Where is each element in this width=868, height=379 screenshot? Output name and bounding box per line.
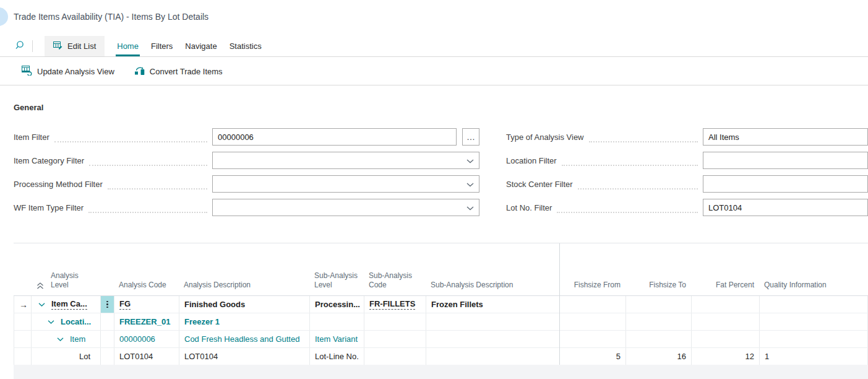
column-header-fishsize-from[interactable]: Fishsize From <box>559 243 625 295</box>
location-filter-input[interactable] <box>703 152 868 169</box>
field-label: Item Category Filter <box>14 156 84 165</box>
column-header-analysis-level[interactable]: Analysis Level <box>31 243 100 295</box>
leader-dots <box>562 155 698 166</box>
cell-fat-percent[interactable] <box>692 313 760 330</box>
row-menu-button[interactable] <box>101 296 114 313</box>
convert-trade-items-button[interactable]: Convert Trade Items <box>134 66 223 77</box>
menu-tabs: Home Filters Navigate Statistics <box>117 36 261 56</box>
field-label: Stock Center Filter <box>506 180 573 189</box>
column-header-quality-information[interactable]: Quality Information <box>759 243 868 295</box>
tree-collapse-icon[interactable] <box>55 338 65 341</box>
cell-fishsize-to[interactable]: 16 <box>626 348 692 365</box>
cell-sub-analysis-level[interactable]: Lot-Line No. <box>310 348 364 365</box>
tree-collapse-icon[interactable] <box>46 320 56 324</box>
wf-item-type-filter-select[interactable] <box>212 199 479 216</box>
column-header-analysis-code[interactable]: Analysis Code <box>114 243 179 295</box>
stock-center-filter-input[interactable] <box>703 175 868 193</box>
cell-quality-information[interactable]: 1 <box>760 348 868 365</box>
page-title: Trade Items Availability (TIA) - Items B… <box>14 12 208 22</box>
cell-sub-analysis-description[interactable] <box>426 313 560 330</box>
cell-analysis-description[interactable]: Freezer 1 <box>179 313 310 330</box>
cell-analysis-description[interactable]: Cod Fresh Headless and Gutted <box>179 331 310 347</box>
update-analysis-view-button[interactable]: Update Analysis View <box>22 66 114 77</box>
leader-dots <box>108 178 207 190</box>
cell-sub-analysis-code[interactable] <box>364 348 426 365</box>
cell-fat-percent[interactable] <box>692 331 760 347</box>
cell-sub-analysis-description[interactable] <box>426 331 560 347</box>
table-row: → Item Ca... FG Finished Goods Processin… <box>14 296 868 313</box>
tab-home[interactable]: Home <box>117 36 139 56</box>
field-label: Location Filter <box>506 156 557 165</box>
cell-analysis-code[interactable]: 00000006 <box>114 331 179 347</box>
search-icon <box>15 40 26 53</box>
cell-analysis-level[interactable]: Lot <box>32 348 101 365</box>
cell-sub-analysis-level[interactable]: Processin... <box>310 296 364 313</box>
column-header-sub-analysis-level[interactable]: Sub-Analysis Level <box>309 243 364 295</box>
assist-edit-button[interactable]: … <box>462 128 479 146</box>
cell-sub-analysis-level[interactable] <box>310 313 364 330</box>
row-menu-cell <box>101 313 114 330</box>
cell-analysis-code[interactable]: FG <box>114 296 179 313</box>
cell-sub-analysis-code[interactable]: FR-FILLETS <box>364 296 426 313</box>
field-label: WF Item Type Filter <box>14 203 84 212</box>
cell-analysis-code[interactable]: LOT0104 <box>114 348 179 365</box>
type-of-analysis-view-value: All Items <box>708 133 739 142</box>
leader-dots <box>89 155 207 166</box>
row-indicator-cell <box>14 331 32 347</box>
cell-analysis-description[interactable]: Finished Goods <box>179 296 310 313</box>
lot-no-filter-value: LOT0104 <box>708 203 742 212</box>
collapse-all-icon[interactable] <box>36 282 45 290</box>
section-heading-general: General <box>14 103 43 112</box>
column-header-sub-analysis-code[interactable]: Sub-Analysis Code <box>364 243 426 295</box>
column-header-fishsize-to[interactable]: Fishsize To <box>625 243 691 295</box>
column-header-fat-percent[interactable]: Fat Percent <box>691 243 759 295</box>
cell-sub-analysis-description[interactable] <box>426 348 560 365</box>
row-indicator-cell <box>14 348 32 365</box>
cell-fishsize-from[interactable] <box>560 313 626 330</box>
processing-method-filter-select[interactable] <box>212 175 479 193</box>
cell-sub-analysis-description[interactable]: Frozen Fillets <box>426 296 560 313</box>
tab-navigate[interactable]: Navigate <box>185 36 217 56</box>
edit-list-button[interactable]: Edit List <box>45 36 105 56</box>
cell-sub-analysis-level[interactable]: Item Variant <box>310 331 364 347</box>
tab-statistics[interactable]: Statistics <box>230 36 262 56</box>
cell-quality-information[interactable] <box>760 296 868 313</box>
vertical-ellipsis-icon <box>106 301 108 308</box>
cell-sub-analysis-code[interactable] <box>364 313 426 330</box>
cell-analysis-level[interactable]: Locati... <box>32 313 101 330</box>
column-header-analysis-description[interactable]: Analysis Description <box>179 243 309 295</box>
field-type-of-analysis-view: Type of Analysis View All Items <box>506 128 868 146</box>
cell-fishsize-from[interactable] <box>560 296 626 313</box>
table-row: Locati... FREEZER_01 Freezer 1 <box>14 313 868 331</box>
tab-filters[interactable]: Filters <box>151 36 173 56</box>
cell-analysis-description[interactable]: LOT0104 <box>179 348 310 365</box>
table-footer-area <box>14 365 868 379</box>
cell-fishsize-from[interactable] <box>560 331 626 347</box>
lot-no-filter-input[interactable]: LOT0104 <box>703 199 868 216</box>
row-indicator-cell: → <box>14 296 32 313</box>
item-category-filter-select[interactable] <box>212 152 479 169</box>
leader-dots <box>88 202 207 213</box>
cell-analysis-level[interactable]: Item Ca... <box>32 296 101 313</box>
cell-fat-percent[interactable] <box>692 296 760 313</box>
cell-fishsize-to[interactable] <box>626 313 692 330</box>
tree-collapse-icon[interactable] <box>37 303 46 307</box>
cell-fat-percent[interactable]: 12 <box>692 348 760 365</box>
cell-analysis-level[interactable]: Item <box>32 331 101 347</box>
chevron-down-icon <box>466 203 474 212</box>
cell-fishsize-from[interactable]: 5 <box>560 348 626 365</box>
table-header-row: Analysis Level Analysis Code Analysis De… <box>14 243 868 296</box>
search-button[interactable] <box>10 36 31 56</box>
convert-trade-items-label: Convert Trade Items <box>150 67 223 76</box>
cell-fishsize-to[interactable] <box>626 296 692 313</box>
type-of-analysis-view-input[interactable]: All Items <box>703 128 868 146</box>
field-item-filter: Item Filter 00000006 … <box>14 128 479 146</box>
toolbar-divider <box>32 40 33 52</box>
item-filter-input[interactable]: 00000006 <box>212 128 457 146</box>
cell-quality-information[interactable] <box>760 331 868 347</box>
cell-analysis-code[interactable]: FREEZER_01 <box>114 313 179 330</box>
cell-sub-analysis-code[interactable] <box>364 331 426 347</box>
column-header-sub-analysis-description[interactable]: Sub-Analysis Description <box>426 243 559 295</box>
cell-fishsize-to[interactable] <box>626 331 692 347</box>
cell-quality-information[interactable] <box>760 313 868 330</box>
